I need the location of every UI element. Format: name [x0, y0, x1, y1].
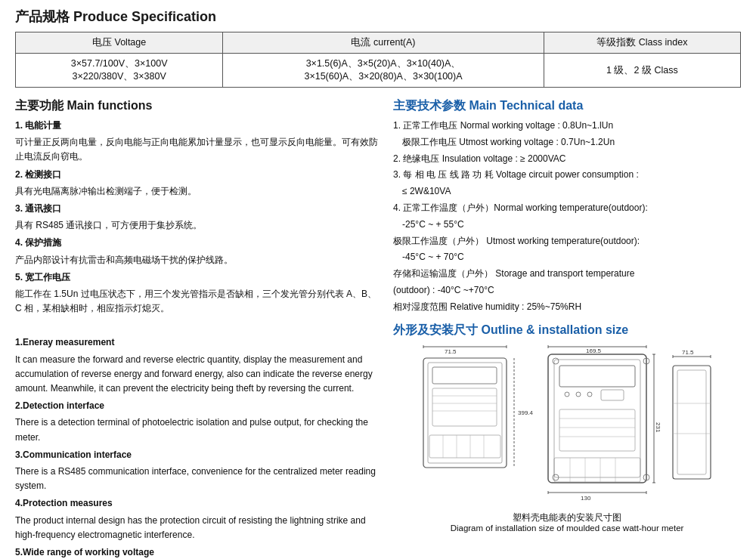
page-title: 产品规格 Produce Specification [15, 8, 741, 26]
svg-rect-25 [559, 409, 635, 451]
tech-item-3: 3. 每 相 电 压 线 路 功 耗 Voltage circuit power… [393, 168, 741, 183]
svg-text:71.5: 71.5 [445, 348, 457, 355]
svg-text:399.4: 399.4 [518, 409, 534, 416]
svg-rect-51 [677, 370, 706, 474]
func-en-3-heading: 3.Communication interface [15, 448, 378, 462]
svg-text:169.5: 169.5 [586, 347, 602, 354]
func-zh-1-heading: 1. 电能计量 [15, 119, 378, 133]
col-header-current: 电流 current(A) [223, 32, 544, 54]
col-header-voltage: 电压 Voltage [16, 32, 223, 54]
svg-point-22 [576, 392, 581, 397]
cell-voltage: 3×57.7/100V、3×100V3×220/380V、3×380V [16, 54, 223, 88]
installation-diagram: 399.4 71.5 [416, 343, 718, 509]
tech-item-5: 相对湿度范围 Relative humidity : 25%~75%RH [393, 300, 741, 315]
svg-rect-50 [673, 366, 711, 479]
func-zh-4-body: 产品内部设计有抗雷击和高频电磁场干扰的保护线路。 [15, 253, 378, 267]
func-en-2-body: There is a detection terminal of photoel… [15, 415, 378, 444]
func-zh-3-body: 具有 RS485 通讯接口，可方便用于集抄系统。 [15, 218, 378, 233]
svg-text:130: 130 [581, 495, 591, 502]
func-en-1-body: It can measure the forward and reverse e… [15, 353, 378, 397]
svg-text:231: 231 [655, 422, 662, 433]
diagram-svg: 399.4 71.5 [393, 343, 741, 509]
tech-item-4f: (outdoor) : -40°C ~+70°C [393, 283, 741, 298]
func-en-3-body: There is a RS485 communication interface… [15, 465, 378, 493]
tech-item-1b: 极限工作电压 Utmost working voltage : 0.7Un~1.… [393, 135, 741, 150]
diagram-container: 399.4 71.5 [393, 343, 741, 533]
svg-rect-7 [429, 435, 500, 458]
func-zh-5-heading: 5. 宽工作电压 [15, 270, 378, 285]
func-zh-4-heading: 4. 保护措施 [15, 236, 378, 250]
func-en-2-heading: 2.Detection interface [15, 399, 378, 413]
tech-item-3b: ≤ 2W&10VA [393, 184, 741, 199]
func-zh-2-heading: 2. 检测接口 [15, 168, 378, 182]
technical-data-title: 主要技术参数 Main Technical data [393, 98, 741, 114]
tech-item-4d: -45°C ~ + 70°C [393, 250, 741, 265]
cell-current: 3×1.5(6)A、3×5(20)A、3×10(40)A、3×15(60)A、3… [223, 54, 544, 88]
table-row: 3×57.7/100V、3×100V3×220/380V、3×380V 3×1.… [16, 54, 741, 88]
tech-item-4c: 极限工作温度（户外） Utmost working temperature(ou… [393, 234, 741, 249]
svg-point-34 [553, 358, 559, 364]
svg-point-23 [587, 392, 592, 397]
svg-rect-20 [559, 366, 635, 387]
func-zh-3-heading: 3. 通讯接口 [15, 202, 378, 216]
tech-item-2: 2. 绝缘电压 Insulation voltage : ≥ 2000VAC [393, 152, 741, 167]
technical-data-content: 1. 正常工作电压 Normal working voltage : 0.8Un… [393, 119, 741, 315]
func-en-4-heading: 4.Protection measures [15, 496, 378, 511]
spec-table: 电压 Voltage 电流 current(A) 等级指数 Class inde… [15, 32, 741, 88]
svg-rect-1 [428, 363, 502, 463]
svg-rect-0 [423, 358, 507, 468]
tech-item-4e: 存储和运输温度（户外） Storage and transport temper… [393, 267, 741, 282]
two-column-layout: 主要功能 Main functions 1. 电能计量 可计量正反两向电量，反向… [15, 98, 741, 559]
svg-text:71.5: 71.5 [682, 349, 694, 356]
main-functions-title: 主要功能 Main functions [15, 98, 378, 114]
col-header-class: 等级指数 Class index [544, 32, 740, 54]
func-en-4-body: The product internal design has the prot… [15, 514, 378, 542]
func-en-1-heading: 1.Eneray measurement [15, 335, 378, 350]
outline-title: 外形及安装尺寸 Outline & installation size [393, 323, 741, 338]
svg-rect-29 [554, 458, 640, 482]
main-functions-content: 1. 电能计量 可计量正反两向电量，反向电能与正向电能累加计量显示，也可显示反向… [15, 119, 378, 559]
svg-rect-3 [432, 388, 497, 426]
cell-class: 1 级、2 级 Class [544, 54, 740, 88]
svg-rect-2 [432, 367, 497, 384]
tech-item-4: 4. 正常工作温度（户外）Normal working temperature(… [393, 201, 741, 216]
svg-point-21 [565, 392, 569, 397]
func-en-5-heading: 5.Wide range of working voltage [15, 545, 378, 559]
func-zh-2-body: 具有光电隔离脉冲输出检测端子，便于检测。 [15, 184, 378, 199]
func-zh-5-body: 能工作在 1.5Un 过电压状态下，用三个发光管指示是否缺相，三个发光管分别代表… [15, 287, 378, 316]
diagram-caption: 塑料壳电能表的安装尺寸图 Diagram of installation siz… [451, 512, 684, 533]
tech-item-1: 1. 正常工作电压 Normal working voltage : 0.8Un… [393, 119, 741, 134]
tech-item-4b: -25°C ~ + 55°C [393, 218, 741, 233]
func-zh-1-body: 可计量正反两向电量，反向电能与正向电能累加计量显示，也可显示反向电能量。可有效防… [15, 135, 378, 164]
technical-data-section: 主要技术参数 Main Technical data 1. 正常工作电压 Nor… [393, 98, 741, 559]
svg-rect-24 [601, 390, 624, 400]
main-functions-section: 主要功能 Main functions 1. 电能计量 可计量正反两向电量，反向… [15, 98, 378, 559]
